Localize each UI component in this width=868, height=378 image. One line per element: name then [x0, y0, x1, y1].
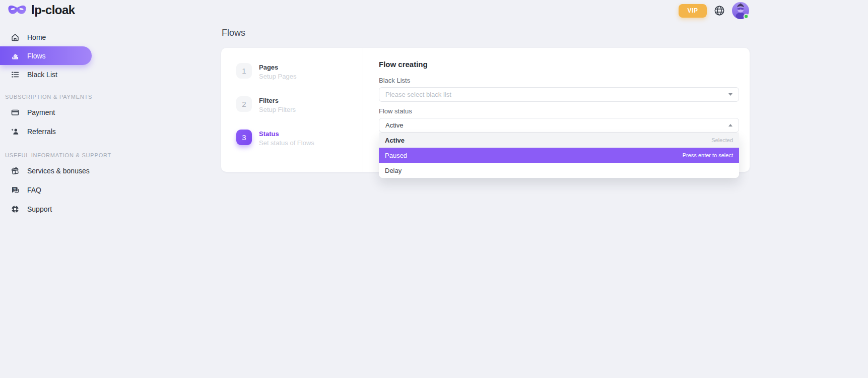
option-paused[interactable]: Paused Press enter to select — [379, 148, 739, 163]
step-number: 3 — [236, 130, 252, 145]
flow-wizard-card: 1 Pages Setup Pages 2 Filters Setup Filt… — [221, 48, 750, 172]
sidebar-item-referrals[interactable]: Referrals — [0, 122, 101, 141]
sidebar-item-label: Flows — [27, 52, 46, 60]
online-status-dot — [744, 14, 748, 18]
step-title: Pages — [259, 64, 296, 71]
sidebar-section-subscription: SUBSCRIPTION & PAYMENTS — [0, 91, 101, 103]
sidebar: Home Flows Black List SUBSCRIPTION & PAY… — [0, 28, 101, 219]
section-label: SUBSCRIPTION & PAYMENTS — [5, 94, 92, 100]
flow-status-value: Active — [385, 121, 403, 129]
step-subtitle: Setup Pages — [259, 73, 296, 80]
sidebar-item-label: Referrals — [27, 128, 56, 136]
step-title: Filters — [259, 97, 296, 104]
sidebar-item-flows[interactable]: Flows — [0, 46, 92, 65]
step-subtitle: Setup Filters — [259, 106, 296, 113]
credit-card-icon — [11, 108, 20, 117]
sidebar-section-support: USEFUL INFORMATION & SUPPORT — [0, 149, 101, 161]
black-lists-select[interactable]: Please select black list — [379, 87, 739, 102]
step-number: 2 — [236, 96, 252, 112]
flow-creating-form: Flow creating Black Lists Please select … — [363, 48, 750, 133]
svg-text:?!: ?! — [13, 187, 16, 191]
sidebar-item-label: Payment — [27, 108, 55, 116]
flow-status-select[interactable]: Active — [379, 118, 739, 133]
chevron-up-icon — [728, 124, 732, 127]
step-status[interactable]: 3 Status Set status of Flows — [236, 130, 363, 147]
step-title: Status — [259, 130, 314, 138]
section-label: USEFUL INFORMATION & SUPPORT — [5, 152, 111, 158]
sidebar-item-faq[interactable]: ?! FAQ — [0, 180, 101, 200]
app-logo[interactable]: lp-cloak — [8, 3, 75, 17]
step-filters[interactable]: 2 Filters Setup Filters — [236, 96, 363, 113]
step-number: 1 — [236, 63, 252, 79]
mask-logo-icon — [8, 4, 27, 17]
person-star-icon — [11, 127, 20, 136]
sidebar-item-services[interactable]: Services & bonuses — [0, 161, 101, 180]
sidebar-item-black-list[interactable]: Black List — [0, 65, 101, 84]
step-subtitle: Set status of Flows — [259, 139, 314, 147]
option-label: Paused — [385, 152, 407, 159]
form-title: Flow creating — [379, 60, 739, 69]
sidebar-item-label: Services & bonuses — [27, 167, 90, 175]
brand-name: lp-cloak — [31, 3, 75, 17]
flow-status-label: Flow status — [379, 107, 739, 115]
list-icon — [11, 70, 20, 79]
option-active[interactable]: Active Selected — [379, 133, 739, 148]
option-hint: Press enter to select — [683, 152, 733, 158]
flows-stack-icon — [11, 51, 20, 60]
chat-question-icon: ?! — [11, 185, 20, 195]
home-icon — [11, 33, 20, 42]
chevron-down-icon — [728, 93, 732, 96]
sidebar-item-label: Home — [27, 33, 46, 41]
option-hint: Selected — [711, 137, 733, 143]
sidebar-item-home[interactable]: Home — [0, 28, 101, 46]
option-label: Delay — [385, 167, 402, 174]
option-label: Active — [385, 137, 405, 144]
flow-status-dropdown: Active Selected Paused Press enter to se… — [379, 133, 739, 178]
sidebar-item-label: Black List — [27, 71, 57, 79]
header-actions: VIP — [679, 2, 749, 19]
language-globe-icon[interactable] — [713, 5, 725, 17]
gift-icon — [11, 166, 20, 175]
sidebar-item-label: FAQ — [27, 186, 41, 194]
black-lists-placeholder: Please select black list — [385, 91, 451, 98]
black-lists-label: Black Lists — [379, 77, 739, 84]
wizard-steps-panel: 1 Pages Setup Pages 2 Filters Setup Filt… — [221, 48, 363, 172]
sidebar-item-payment[interactable]: Payment — [0, 103, 101, 122]
step-pages[interactable]: 1 Pages Setup Pages — [236, 63, 363, 80]
vip-button[interactable]: VIP — [679, 4, 707, 18]
lifebuoy-icon — [11, 205, 20, 214]
sidebar-item-label: Support — [27, 205, 52, 213]
user-avatar[interactable] — [732, 2, 749, 19]
sidebar-item-support[interactable]: Support — [0, 200, 101, 219]
page-title: Flows — [222, 28, 245, 38]
option-delay[interactable]: Delay — [379, 163, 739, 178]
